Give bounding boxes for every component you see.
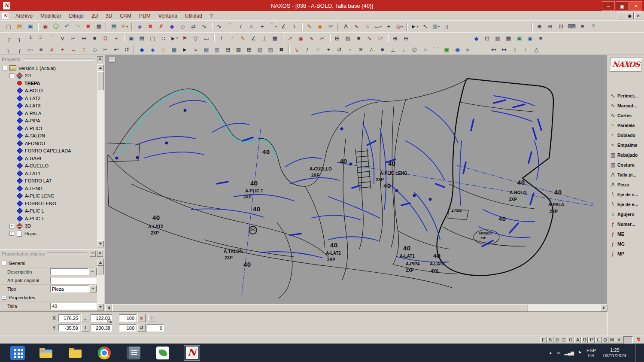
panel-close-button[interactable]: ✕: [97, 251, 103, 257]
circle2-icon[interactable]: ○: [313, 45, 323, 55]
tool-costura[interactable]: ▥Costura: [608, 160, 644, 170]
menu-item-utilidad[interactable]: Utilidad: [181, 12, 206, 20]
ruler-icon[interactable]: ▭: [201, 33, 212, 43]
sheet-icon[interactable]: ▯: [441, 21, 452, 31]
layer-letter-g[interactable]: G: [568, 337, 574, 343]
hatch3-icon[interactable]: ▨: [265, 45, 276, 55]
tool-perimetro[interactable]: ∿Perimet...: [608, 91, 644, 100]
layer-letter-a[interactable]: A: [574, 337, 581, 343]
print-icon[interactable]: ≡: [577, 21, 588, 31]
duplicate-icon[interactable]: ▢: [147, 33, 158, 43]
x-coordinate-field[interactable]: 176.25: [58, 314, 80, 322]
run-icon[interactable]: ◈: [134, 21, 145, 31]
arrow-se-icon[interactable]: ↘: [291, 45, 302, 55]
scroll-thumb[interactable]: [97, 71, 104, 90]
tree-item-a-pala[interactable]: A-PALA: [1, 110, 97, 117]
start-button-icon[interactable]: [10, 346, 25, 360]
dropdown-arrow-icon[interactable]: ▾: [417, 25, 419, 28]
harrow-icon[interactable]: ↔: [68, 45, 79, 55]
naxos-app-icon[interactable]: [184, 345, 200, 361]
menu-item-[interactable]: ?: [206, 12, 217, 20]
zoom-window-icon[interactable]: ⊡: [556, 21, 566, 31]
bdiamond1-icon[interactable]: ◆: [137, 45, 147, 55]
help-icon[interactable]: ?: [588, 21, 598, 31]
tool-cortes[interactable]: ∿Cortes: [608, 110, 644, 120]
grid-icon[interactable]: ▦: [94, 21, 104, 31]
layer-letter-m[interactable]: M: [609, 337, 615, 343]
tree-item-a-plic-leng[interactable]: A-PLIC LENG: [1, 192, 97, 200]
ibeam-icon[interactable]: Ⅰ: [510, 45, 520, 55]
step-icon[interactable]: ►▾: [169, 33, 179, 43]
layers2-icon[interactable]: ≡: [535, 33, 546, 43]
copy-icon[interactable]: ▣: [126, 33, 137, 43]
tv-icon[interactable]: ▣: [514, 33, 525, 43]
redo-icon[interactable]: ↷: [72, 21, 83, 31]
dropdown-arrow-icon[interactable]: ▾: [438, 25, 440, 28]
keyboard-icon[interactable]: ⌨: [566, 21, 577, 31]
dropdown-arrow-icon[interactable]: ▾: [176, 37, 178, 40]
x-box-icon[interactable]: ⊠: [233, 45, 244, 55]
hatch2-icon[interactable]: ▧: [255, 45, 265, 55]
tool-me[interactable]: ƒME: [608, 229, 644, 239]
tree-item-a-lat1[interactable]: A-LAT1: [1, 170, 97, 177]
hash-icon[interactable]: #: [46, 45, 57, 55]
scroll-up-button[interactable]: [97, 64, 104, 71]
explorer-app-icon[interactable]: [38, 345, 54, 361]
wave-icon[interactable]: ∿: [199, 21, 210, 31]
show-desktop-button[interactable]: [635, 344, 639, 362]
pencil-icon[interactable]: ✏▾: [119, 21, 130, 31]
layer-letter-c[interactable]: C: [561, 337, 567, 343]
up-icon[interactable]: ↑: [520, 45, 531, 55]
scroll-thumb[interactable]: [112, 304, 528, 311]
tree-item-a-cuello[interactable]: A-CUELLO: [1, 162, 97, 170]
pan-icon[interactable]: ↖: [420, 21, 431, 31]
zoom-ext-icon[interactable]: ⊖: [401, 33, 411, 43]
delete-icon[interactable]: ✖: [83, 21, 94, 31]
corner-tl-icon[interactable]: ┌: [3, 33, 14, 43]
close-button[interactable]: ✕: [629, 1, 642, 11]
corner3-icon[interactable]: ┌: [14, 45, 25, 55]
spline-icon[interactable]: ∿: [214, 21, 225, 31]
paste-icon[interactable]: ▤: [137, 33, 147, 43]
angle-icon[interactable]: ∠: [278, 21, 289, 31]
fillet-icon[interactable]: ⌒: [46, 33, 57, 43]
move-icon[interactable]: +: [383, 21, 394, 31]
globe2-icon[interactable]: ◉: [452, 45, 463, 55]
zoom-out-icon[interactable]: ⊖: [545, 21, 556, 31]
notes-app-icon[interactable]: [125, 345, 142, 361]
tool-mp[interactable]: ƒMP: [608, 249, 644, 259]
layer-letter-e[interactable]: E: [540, 337, 547, 343]
mdi-document-icon[interactable]: −: [109, 57, 115, 63]
layer-letter-o[interactable]: O: [581, 337, 588, 343]
perp2-icon[interactable]: ⊥: [388, 45, 398, 55]
scroll-down-button[interactable]: [97, 240, 104, 247]
dropdown-arrow-icon[interactable]: ▾: [401, 25, 403, 28]
tree-expander[interactable]: +: [9, 224, 14, 228]
tree-item-hojas[interactable]: +Hojas: [1, 230, 97, 237]
diamond3-icon[interactable]: ◇: [89, 45, 100, 55]
scroll-down-button[interactable]: [97, 304, 104, 310]
red-wave2-icon[interactable]: ≈▾: [375, 33, 386, 43]
flag-icon[interactable]: ⚑: [578, 350, 582, 355]
columns-icon[interactable]: ▥: [492, 33, 503, 43]
curve-icon[interactable]: ⌒▾: [267, 21, 278, 31]
tree-item-forro-lat[interactable]: FORRO LAT: [1, 177, 97, 185]
corner2-icon[interactable]: ┐: [3, 45, 14, 55]
snap-icon[interactable]: +: [111, 33, 122, 43]
cols2-icon[interactable]: ▥: [212, 45, 222, 55]
tool-agujero[interactable]: ○Agujero: [608, 209, 644, 219]
menu-item-cam[interactable]: CAM: [116, 12, 135, 20]
prop-value-art-patr-original[interactable]: [50, 277, 97, 284]
tree-item-a-plic1[interactable]: A-PLIC1: [1, 125, 97, 132]
tool-pieza[interactable]: APieza: [608, 179, 644, 189]
tool-paralela[interactable]: ≈Paralela: [608, 120, 644, 130]
corner-br-icon[interactable]: ┘: [36, 33, 46, 43]
layer-letter-v[interactable]: V: [616, 337, 622, 343]
frame-icon[interactable]: ⊞: [332, 33, 343, 43]
magnet-icon[interactable]: Ω: [100, 33, 111, 43]
prop-value-talla[interactable]: 40: [50, 303, 97, 310]
panel-dock-button[interactable]: ⊡: [90, 251, 96, 257]
chrome-app-icon[interactable]: [96, 345, 112, 361]
mdi-maximize-button[interactable]: ▣: [626, 12, 634, 19]
arc2-icon[interactable]: ⌒: [431, 45, 441, 55]
